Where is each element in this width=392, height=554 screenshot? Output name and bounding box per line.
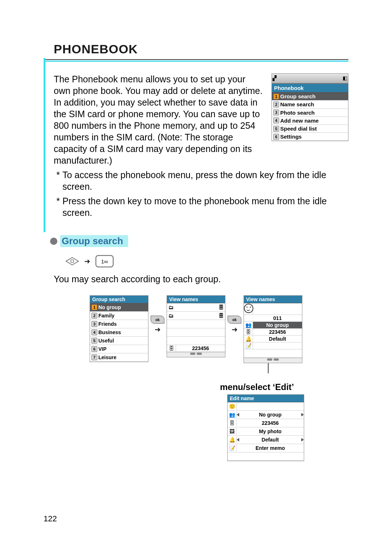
bullet-star: * — [54, 169, 62, 192]
face-icon: 🙂 — [228, 403, 237, 410]
edit-row: 📝Enter memo — [228, 444, 304, 452]
page-title: PHONEBOOK — [54, 42, 138, 57]
view-names-2-screenshot: View names 011👥No group🗄223456🔔Default📝 — [244, 295, 302, 363]
sim-icon: 🗄 — [219, 304, 224, 310]
ok-key-icon: ok — [151, 316, 164, 324]
ok-then-right: ok ➜ — [228, 316, 241, 334]
connector-line — [268, 363, 269, 373]
phonebook-menu-item: 2Name search — [272, 100, 348, 108]
photo-icon: 🖼 — [228, 428, 237, 435]
dpad-icon — [65, 257, 79, 266]
item-number-icon: 6 — [91, 346, 97, 352]
item-label: VIP — [98, 346, 107, 352]
phonebook-menu-item: 1Group search — [272, 93, 348, 100]
item-number-icon: 4 — [273, 118, 279, 123]
edit-row: 🙂 — [228, 402, 304, 411]
right-arrow-icon — [301, 438, 304, 442]
phonebook-menu-item: 6Settings — [272, 133, 348, 141]
edit-row: 🔔Default — [228, 436, 304, 444]
card-icon: 🗂 — [168, 304, 173, 310]
edit-value: 223456 — [237, 420, 304, 426]
item-label: Leisure — [98, 354, 117, 360]
bell-icon: 🔔 — [245, 336, 252, 342]
vertical-rule — [44, 58, 45, 232]
section-title: Group search — [60, 235, 128, 247]
item-number-icon: 5 — [91, 338, 97, 344]
memo-icon: 📝 — [245, 343, 252, 349]
signal-icon: ▞ — [273, 75, 277, 82]
item-label: No group — [98, 304, 121, 310]
edit-value: Default — [239, 436, 301, 443]
detail-row: 011 — [244, 315, 302, 322]
item-number-icon: 3 — [91, 321, 97, 327]
soft-bar — [244, 358, 302, 363]
item-number-icon: 3 — [273, 110, 279, 115]
left-arrow-icon — [237, 413, 239, 416]
ok-key-icon: ok — [228, 316, 241, 324]
group-search-item: 2Family — [90, 312, 148, 320]
edit-action-label: menu/select ‘Edit’ — [44, 382, 294, 392]
edit-value: Enter memo — [237, 445, 304, 451]
sim-icon: 🗄 — [219, 313, 224, 319]
group-icon: 👥 — [228, 411, 237, 418]
phonebook-menu-title: Phonebook — [272, 83, 348, 93]
vn1-footer-value: 223456 — [176, 345, 225, 352]
note-2: Press the down key to move to the phoneb… — [62, 195, 348, 218]
edit-value — [237, 406, 304, 407]
group-search-item: 3Friends — [90, 320, 148, 328]
edit-row: 🖼My photo — [228, 427, 304, 436]
right-arrow-icon — [301, 413, 304, 416]
back-icon: ◧ — [343, 75, 347, 82]
bullet-star: * — [54, 195, 62, 218]
phonebook-menu-screenshot: ▞ ◧ Phonebook 1Group search2Name search3… — [271, 73, 348, 141]
edit-title: Edit name — [228, 395, 304, 402]
phonebook-menu-item: 4Add new name — [272, 117, 348, 125]
detail-value — [253, 309, 302, 309]
item-label: Useful — [98, 338, 114, 344]
phonebook-menu-item: 3Photo search — [272, 109, 348, 117]
memo-icon: 📝 — [228, 445, 237, 451]
key-sequence: ➜ 1∞ — [65, 255, 348, 267]
page-number: 122 — [44, 514, 57, 524]
one-key-icon: 1∞ — [95, 255, 114, 267]
item-label: Settings — [280, 133, 302, 140]
group-search-item: 6VIP — [90, 345, 148, 353]
group-search-item: 7Leisure — [90, 353, 148, 362]
sim-icon: 🗄 — [228, 420, 237, 426]
item-number-icon: 2 — [273, 102, 279, 107]
sim-icon: 🗄 — [167, 345, 176, 352]
group-icon: 👥 — [245, 322, 252, 328]
item-number-icon: 6 — [273, 134, 279, 140]
group-search-item: 1No group — [90, 303, 148, 312]
item-label: Friends — [98, 321, 117, 327]
ok-then-right: ok ➜ — [151, 316, 164, 334]
section-dot-icon — [50, 238, 57, 245]
svg-rect-0 — [71, 260, 74, 263]
card-icon: 🗂 — [168, 313, 173, 319]
edit-value: My photo — [237, 428, 304, 435]
detail-row: 👥No group — [244, 322, 302, 329]
detail-value: Default — [253, 336, 302, 342]
detail-value: 011 — [253, 315, 302, 321]
detail-row: 📝 — [244, 342, 302, 349]
left-arrow-icon — [237, 438, 239, 442]
bell-icon: 🔔 — [228, 436, 237, 443]
detail-value: No group — [253, 322, 302, 328]
group-search-item: 5Useful — [90, 337, 148, 345]
item-number-icon: 7 — [91, 354, 97, 360]
edit-name-screenshot: Edit name 🙂👥No group🗄223456🖼My photo🔔Def… — [227, 394, 304, 461]
item-number-icon: 2 — [91, 313, 97, 319]
arrow-right-icon: ➜ — [155, 325, 161, 334]
detail-value — [253, 345, 302, 346]
detail-row: 🗄223456 — [244, 329, 302, 336]
detail-row: 🔔Default — [244, 336, 302, 342]
group-search-screenshot: Group search 1No group2Family3Friends4Bu… — [90, 295, 148, 362]
item-label: Family — [98, 313, 114, 319]
item-number-icon: 5 — [273, 126, 279, 132]
view-names-1-screenshot: View names 🗂🗄 🗂🗄 🗄 223456 — [167, 295, 225, 357]
detail-value: 223456 — [253, 329, 302, 335]
sim-icon: 🗄 — [246, 329, 251, 335]
arrow-right-icon: ➜ — [232, 325, 238, 334]
edit-row: 👥No group — [228, 411, 304, 419]
item-label: Group search — [280, 93, 316, 100]
